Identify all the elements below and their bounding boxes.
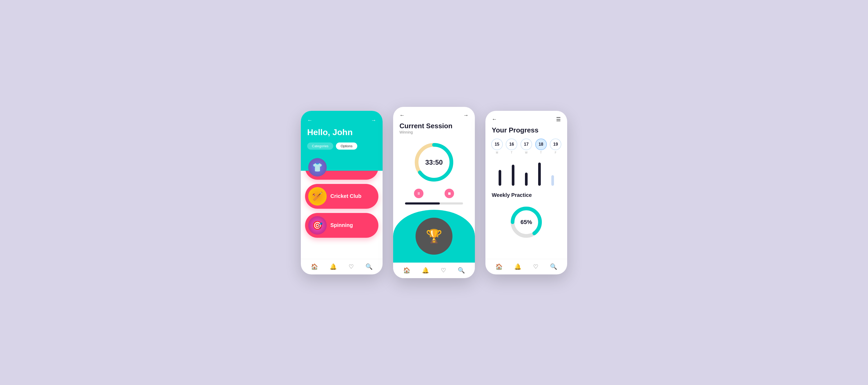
- weekly-practice-title: Weekly Practice: [486, 192, 567, 202]
- stop-button[interactable]: ⏹: [444, 189, 454, 198]
- categories-button[interactable]: Categories: [307, 143, 333, 150]
- date-circle-18: 18: [535, 139, 547, 150]
- search-icon[interactable]: 🔍: [366, 263, 373, 270]
- menu-icon[interactable]: ☰: [556, 116, 561, 122]
- screen2-bottom-nav: 🏠 🔔 ♡ 🔍: [393, 263, 475, 278]
- session-progress-bar: [405, 202, 463, 205]
- cricket-club-icon: 🏏: [308, 187, 327, 206]
- date-circle-17: 17: [521, 139, 532, 150]
- heart-icon[interactable]: ♡: [533, 263, 538, 270]
- date-circle-16: 16: [506, 139, 517, 150]
- weekly-donut: 65%: [509, 205, 544, 239]
- search-icon[interactable]: 🔍: [458, 267, 465, 274]
- spinning-card[interactable]: 🎯 Spinning: [305, 213, 378, 238]
- screen1-bottom-nav: 🏠 🔔 ♡ 🔍: [301, 259, 382, 274]
- screen3-header: ← ☰: [486, 111, 567, 126]
- timer-display: 33:50: [425, 158, 443, 167]
- playback-controls: ⏸ ⏹: [414, 189, 454, 198]
- date-item-16[interactable]: 16 T: [506, 139, 517, 154]
- phone-screen-3: ← ☰ Your Progress 15 M 16 T 17 W: [486, 111, 567, 274]
- forward-arrow-icon[interactable]: →: [463, 112, 469, 118]
- trophy-icon: 🏆: [415, 218, 453, 255]
- date-item-19[interactable]: 19 F: [550, 139, 561, 154]
- spinning-label: Spinning: [330, 222, 353, 228]
- date-circle-19: 19: [550, 139, 561, 150]
- weekly-donut-area: 65%: [486, 202, 567, 245]
- progress-title: Your Progress: [486, 126, 567, 139]
- date-item-17[interactable]: 17 W: [521, 139, 532, 154]
- bar-wed: [525, 173, 528, 186]
- date-circle-15: 15: [491, 139, 503, 150]
- filter-buttons: Categories Options: [307, 143, 376, 150]
- date-selector: 15 M 16 T 17 W 18 T: [486, 139, 567, 159]
- heart-icon[interactable]: ♡: [348, 263, 354, 270]
- date-item-18[interactable]: 18 T: [535, 139, 547, 154]
- session-subtitle: Winning: [399, 130, 469, 134]
- date-item-15[interactable]: 15 M: [491, 139, 503, 154]
- screen1-nav: ← →: [307, 117, 376, 123]
- back-arrow-icon[interactable]: ←: [307, 117, 312, 123]
- weekly-percent-label: 65%: [521, 219, 532, 226]
- bell-icon[interactable]: 🔔: [330, 263, 337, 270]
- back-arrow-icon[interactable]: ←: [399, 112, 405, 118]
- changing-icon: 👕: [308, 158, 327, 177]
- forward-arrow-icon[interactable]: →: [371, 117, 376, 123]
- pause-button[interactable]: ⏸: [414, 189, 424, 198]
- home-icon[interactable]: 🏠: [403, 267, 410, 274]
- cricket-club-card[interactable]: 🏏 Cricket Club: [305, 184, 378, 209]
- bar-fri: [551, 175, 554, 186]
- options-button[interactable]: Options: [336, 143, 357, 150]
- session-progress-fill: [405, 202, 440, 205]
- phone-screen-2: ← → Current Session Winning 33:50 ⏸ ⏹: [393, 107, 475, 278]
- screens-container: ← → Hello, John Categories Options 👕 Cha…: [290, 96, 578, 289]
- session-title: Current Session: [399, 122, 469, 130]
- activity-bars: [486, 159, 567, 186]
- bar-tue: [512, 165, 515, 186]
- back-arrow-icon[interactable]: ←: [492, 116, 497, 122]
- home-icon[interactable]: 🏠: [495, 263, 502, 270]
- bell-icon[interactable]: 🔔: [422, 267, 429, 274]
- session-title-area: Current Session Winning: [393, 122, 475, 139]
- bar-thu: [538, 162, 541, 186]
- bar-mon: [499, 170, 501, 186]
- greeting-text: Hello, John: [307, 127, 376, 137]
- bell-icon[interactable]: 🔔: [514, 263, 521, 270]
- timer-area: 33:50 ⏸ ⏹: [393, 139, 475, 210]
- trophy-area: 🏆: [393, 210, 475, 263]
- cricket-club-label: Cricket Club: [330, 193, 362, 199]
- spinning-icon: 🎯: [308, 216, 327, 235]
- screen2-header: ← →: [393, 107, 475, 122]
- screen3-bottom-nav: 🏠 🔔 ♡ 🔍: [486, 259, 567, 274]
- timer-ring: 33:50: [413, 141, 455, 183]
- phone-screen-1: ← → Hello, John Categories Options 👕 Cha…: [301, 111, 382, 274]
- home-icon[interactable]: 🏠: [311, 263, 318, 270]
- search-icon[interactable]: 🔍: [550, 263, 557, 270]
- heart-icon[interactable]: ♡: [441, 267, 446, 274]
